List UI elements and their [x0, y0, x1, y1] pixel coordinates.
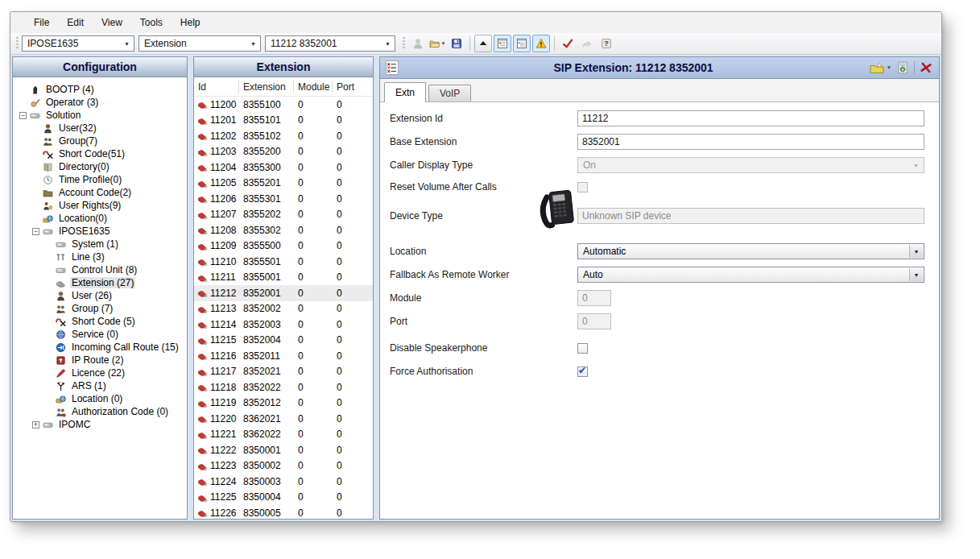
column-header-module[interactable]: Module — [294, 81, 333, 93]
chevron-down-icon[interactable]: ▼ — [246, 41, 260, 47]
extension-row-11221[interactable]: 11221836202200 — [194, 427, 373, 443]
new-record-button[interactable] — [868, 61, 886, 75]
tree-item-user-32[interactable]: User(32) — [13, 122, 187, 135]
menu-help[interactable]: Help — [172, 14, 209, 31]
extension-row-11216[interactable]: 11216835201100 — [194, 348, 373, 364]
chevron-down-icon[interactable]: ▼ — [381, 41, 395, 47]
expander-minus-icon[interactable]: − — [32, 228, 39, 235]
close-record-button[interactable] — [919, 61, 933, 74]
tree-item-short-code-51[interactable]: Short Code(51) — [13, 147, 187, 160]
help-button[interactable]: ? — [598, 35, 615, 52]
tree-item-authorization-code-0[interactable]: Authorization Code (0) — [13, 405, 187, 418]
tree-item-ipose1635[interactable]: −IPOSE1635 — [13, 225, 187, 238]
tree-item-location-0[interactable]: Location(0) — [13, 212, 187, 225]
splitter-right[interactable] — [374, 56, 379, 520]
column-header-id[interactable]: Id — [194, 81, 239, 93]
extension-row-11209[interactable]: 11209835550000 — [194, 238, 373, 255]
extension-row-11213[interactable]: 11213835200200 — [194, 301, 373, 317]
tab-voip[interactable]: VoIP — [428, 85, 471, 101]
export-record-button[interactable] — [895, 60, 910, 75]
record-combo[interactable]: 11212 8352001▼ — [265, 35, 395, 52]
tree-item-time-profile-0[interactable]: Time Profile(0) — [13, 173, 187, 186]
extension-row-11219[interactable]: 11219835201200 — [194, 395, 373, 412]
extension-row-11208[interactable]: 11208835530200 — [194, 222, 373, 238]
tree-item-location-0[interactable]: Location (0) — [13, 392, 187, 405]
tree-item-short-code-5[interactable]: Short Code (5) — [13, 315, 187, 328]
extension-row-11218[interactable]: 11218835202200 — [194, 379, 373, 395]
tree-item-operator-3[interactable]: Operator (3) — [13, 96, 187, 109]
toolbar-grip[interactable] — [403, 37, 405, 50]
extension-row-11223[interactable]: 11223835000200 — [194, 458, 373, 474]
extension-row-11212[interactable]: 11212835200100 — [194, 285, 373, 301]
tree-item-ipomc[interactable]: +IPOMC — [13, 418, 187, 431]
tree-item-solution[interactable]: −Solution — [13, 109, 187, 122]
location-select[interactable]: Automatic ▼ — [577, 243, 924, 259]
tree-item-group-7[interactable]: Group(7) — [13, 135, 187, 147]
expander-plus-icon[interactable]: + — [32, 421, 39, 429]
menu-tools[interactable]: Tools — [131, 14, 172, 31]
tree-item-user-26[interactable]: User (26) — [13, 289, 187, 302]
splitter-left[interactable] — [188, 56, 193, 520]
server-combo[interactable]: IPOSE1635▼ — [22, 35, 134, 52]
tree-item-control-unit-8[interactable]: Control Unit (8) — [13, 263, 187, 276]
extension-row-11210[interactable]: 11210835550100 — [194, 254, 373, 270]
open-configuration-button[interactable]: ▼ — [428, 35, 446, 52]
base-extension-input[interactable] — [577, 134, 924, 150]
extension-row-11202[interactable]: 11202835510200 — [194, 128, 373, 144]
disable-speakerphone-checkbox[interactable] — [577, 343, 588, 354]
extension-row-11225[interactable]: 11225835000400 — [194, 490, 373, 506]
new-record-caret-icon[interactable]: ▼ — [887, 65, 891, 70]
menu-edit[interactable]: Edit — [58, 14, 93, 31]
save-configuration-button[interactable] — [448, 35, 465, 52]
extension-row-11222[interactable]: 11222835000100 — [194, 442, 373, 458]
validate-configuration-button[interactable] — [559, 35, 577, 52]
show-group-pane-button[interactable] — [494, 35, 511, 52]
extension-id-input[interactable] — [577, 110, 924, 126]
extension-row-11224[interactable]: 11224835000300 — [194, 474, 373, 490]
force-authorisation-checkbox[interactable] — [577, 366, 588, 377]
menu-file[interactable]: File — [25, 14, 58, 31]
tree-item-licence-22[interactable]: Licence (22) — [13, 366, 187, 379]
chevron-down-icon[interactable]: ▼ — [120, 41, 134, 47]
tree-item-user-rights-9[interactable]: User Rights(9) — [13, 199, 187, 212]
tree-item-ars-1[interactable]: ARS (1) — [13, 379, 187, 392]
menu-view[interactable]: View — [93, 14, 131, 31]
tree-item-incoming-call-route-15[interactable]: Incoming Call Route (15) — [13, 341, 187, 354]
tree-item-ip-route-2[interactable]: IP Route (2) — [13, 354, 187, 366]
fallback-remote-worker-select[interactable]: Auto ▼ — [577, 267, 924, 283]
expander-minus-icon[interactable]: − — [19, 112, 27, 119]
tree-item-extension-27[interactable]: Extension (27) — [13, 276, 187, 289]
toolbar-grip[interactable] — [16, 37, 19, 50]
show-error-pane-button[interactable] — [532, 35, 550, 52]
extension-row-11211[interactable]: 11211835500100 — [194, 270, 373, 286]
tree-item-bootp-4[interactable]: BOOTP (4) — [13, 83, 187, 96]
tab-extn[interactable]: Extn — [384, 82, 426, 102]
chevron-down-icon[interactable]: ▼ — [441, 41, 446, 46]
record-type-combo[interactable]: Extension▼ — [139, 35, 261, 52]
tree-item-service-0[interactable]: Service (0) — [13, 328, 187, 341]
collapse-navigation-button[interactable] — [474, 35, 492, 52]
tree-item-group-7[interactable]: Group (7) — [13, 302, 187, 315]
extension-row-11205[interactable]: 11205835520100 — [194, 176, 373, 192]
extension-row-11200[interactable]: 11200835510000 — [194, 97, 373, 113]
extension-row-11201[interactable]: 11201835510100 — [194, 113, 373, 129]
extension-row-11217[interactable]: 11217835202100 — [194, 364, 373, 380]
chevron-down-icon[interactable]: ▼ — [909, 268, 923, 281]
extension-row-11204[interactable]: 11204835530000 — [194, 159, 373, 176]
tree-item-system-1[interactable]: System (1) — [13, 238, 187, 251]
column-header-port[interactable]: Port — [333, 81, 373, 93]
extension-row-11226[interactable]: 11226835000500 — [194, 505, 373, 519]
extension-row-11215[interactable]: 11215835200400 — [194, 333, 373, 349]
extension-row-11220[interactable]: 11220836202100 — [194, 411, 373, 427]
extension-row-11214[interactable]: 11214835200300 — [194, 317, 373, 333]
chevron-down-icon[interactable]: ▼ — [909, 245, 923, 258]
tree-item-line-3[interactable]: Line (3) — [13, 251, 187, 263]
tree-item-account-code-2[interactable]: Account Code(2) — [13, 186, 187, 199]
account-code-icon — [43, 188, 53, 198]
extension-row-11207[interactable]: 11207835520200 — [194, 207, 373, 223]
extension-row-11203[interactable]: 11203835520000 — [194, 144, 373, 160]
column-header-extension[interactable]: Extension — [239, 81, 294, 93]
show-details-pane-button[interactable] — [513, 35, 531, 52]
extension-row-11206[interactable]: 11206835530100 — [194, 191, 373, 207]
tree-item-directory-0[interactable]: Directory(0) — [13, 160, 187, 173]
